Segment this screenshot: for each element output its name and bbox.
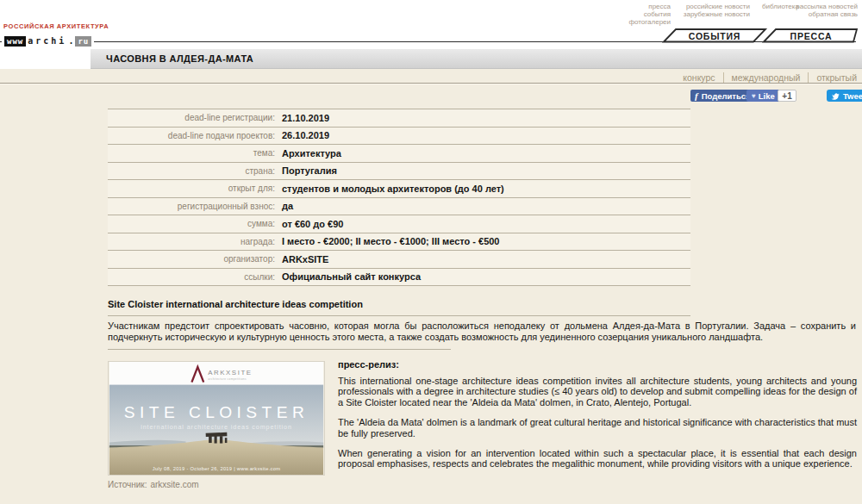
archi-ru-logo[interactable]: www archi . ru [2, 35, 94, 47]
table-row: dead-line подачи проектов: 26.10.2019 [108, 128, 690, 146]
poster-dates: July 08, 2019 - October 26, 2019 | www.a… [153, 466, 280, 471]
press-paragraph: When generating a vision for an interven… [338, 448, 857, 470]
detail-label: сумма: [108, 219, 282, 228]
detail-label: регистрационный взнос: [108, 202, 282, 211]
detail-label: страна: [108, 166, 282, 176]
plus-one-label: +1 [782, 91, 791, 101]
logo-www: www [4, 36, 26, 47]
logo-archi: archi [28, 36, 66, 46]
competition-details-table: dead-line регистрации: 21.10.2019 dead-l… [108, 109, 690, 286]
poster-brand-sub: architecture competitions [208, 377, 247, 381]
detail-label: dead-line регистрации: [108, 113, 282, 122]
nav-link-newsletter[interactable]: рассылка новостей [796, 3, 858, 10]
nav-link-library[interactable]: библиотека [762, 3, 799, 10]
table-row: страна: Португалия [108, 163, 690, 181]
table-row: сумма: от €60 до €90 [108, 215, 690, 233]
competition-breadcrumb: конкурс международный открытый [683, 72, 857, 83]
poster-title: SITE CLOISTER [124, 403, 309, 421]
press-paragraph: The 'Aldeia da Mata' dolmen is a landmar… [338, 417, 857, 439]
detail-value: I место - €2000; II место - €1000; III м… [282, 236, 499, 246]
topnav-col-library: библиотека [762, 3, 799, 10]
tab-press-label[interactable]: ПРЕССА [790, 31, 833, 41]
page: пресса события фотогалереи российские но… [0, 0, 862, 504]
tab-events-label[interactable]: СОБЫТИЯ [689, 31, 740, 41]
tweet-button[interactable]: Tweet [827, 90, 862, 102]
tweet-label: Tweet [843, 91, 862, 101]
detail-label: тема: [108, 148, 282, 158]
divider [0, 83, 862, 84]
poster-brand: ARKXSITE [208, 369, 252, 376]
table-row: ссылки: Официальный сайт конкурса [108, 269, 690, 287]
poster-subtitle: international architecture ideas competi… [141, 423, 292, 431]
detail-value: от €60 до €90 [282, 219, 343, 229]
nav-link-sobytiya[interactable]: события [628, 10, 671, 18]
detail-label: dead-line подачи проектов: [108, 131, 282, 140]
source-line: Источник: arkxsite.com [108, 480, 199, 489]
press-release: пресс-релиз: This international one-stag… [338, 359, 857, 479]
detail-label: ссылки: [108, 272, 282, 282]
press-release-label: пресс-релиз: [338, 359, 857, 370]
facebook-icon: f [695, 90, 698, 101]
detail-value: ARKxSITE [282, 254, 328, 264]
table-row: dead-line регистрации: 21.10.2019 [108, 109, 690, 128]
logo-dot: . [68, 36, 73, 46]
logo-ru: ru [75, 36, 91, 47]
article-heading: Site Cloister international architecture… [108, 299, 363, 309]
detail-value: студентов и молодых архитекторов (до 40 … [282, 184, 504, 194]
like-label: Like [759, 91, 775, 101]
divider [108, 349, 451, 350]
page-title: ЧАСОВНЯ В АЛДЕЯ-ДА-МАТА [91, 49, 862, 69]
detail-label: открыт для: [108, 184, 282, 193]
facebook-share-label: Поделиться [702, 91, 751, 101]
twitter-bird-icon [831, 92, 840, 100]
detail-value: да [282, 201, 293, 211]
table-row: тема: Архитектура [108, 145, 690, 163]
like-button[interactable]: ♥ Like [746, 90, 780, 102]
detail-value: 21.10.2019 [282, 113, 329, 123]
nav-link-foreign-news[interactable]: зарубежные новости [684, 10, 750, 18]
table-row: открыт для: студентов и молодых архитект… [108, 180, 690, 198]
detail-value: Португалия [282, 165, 337, 176]
subnav-konkurs[interactable]: конкурс [683, 72, 715, 83]
detail-value: 26.10.2019 [282, 130, 329, 140]
official-site-link[interactable]: Официальный сайт конкурса [282, 271, 421, 282]
source-label: Источник: [108, 480, 147, 489]
nav-link-russian-news[interactable]: российские новости [684, 3, 750, 10]
article-intro: Участникам предстоит спроектировать часо… [108, 320, 856, 342]
topnav-col-contact: рассылка новостей обратная связь [796, 3, 858, 18]
topnav-col-news: российские новости зарубежные новости [684, 3, 750, 18]
topnav-col-press: пресса события фотогалереи [628, 3, 671, 26]
source-link[interactable]: arkxsite.com [150, 480, 198, 489]
nav-link-feedback[interactable]: обратная связь [796, 10, 858, 18]
subnav-international[interactable]: международный [723, 72, 801, 83]
detail-label: награда: [108, 237, 282, 246]
nav-link-fotogalerei[interactable]: фотогалереи [628, 18, 671, 26]
table-row: награда: I место - €2000; II место - €10… [108, 233, 690, 252]
divider [108, 315, 690, 316]
heart-icon: ♥ [752, 92, 756, 100]
header-tabs: СОБЫТИЯ ПРЕССА [0, 26, 862, 45]
subnav-open[interactable]: открытый [808, 72, 857, 83]
nav-link-pressa[interactable]: пресса [628, 3, 671, 10]
detail-label: организатор: [108, 254, 282, 264]
competition-poster-image[interactable]: ARKXSITE architecture competitions SITE … [108, 361, 325, 476]
table-row: регистрационный взнос: да [108, 198, 690, 216]
plus-one-button[interactable]: +1 [778, 90, 796, 102]
table-row: организатор: ARKxSITE [108, 251, 690, 269]
press-paragraph: This international one-stage architectur… [338, 376, 857, 408]
detail-value: Архитектура [282, 148, 341, 159]
